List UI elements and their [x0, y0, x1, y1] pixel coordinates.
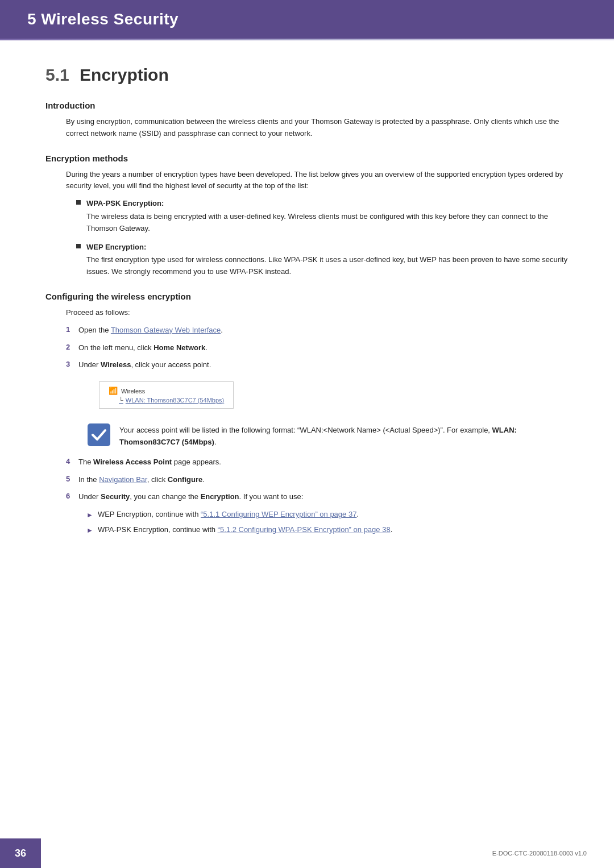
sub-bullet-item: ► WEP Encryption, continue with “5.1.1 C… — [86, 509, 569, 521]
wireless-diagram-sub: WLAN: Thomson83C7C7 (54Mbps) — [119, 397, 224, 404]
wep-encryption-link[interactable]: “5.1.1 Configuring WEP Encryption” on pa… — [201, 510, 356, 518]
wpa-psk-encryption-link[interactable]: “5.1.2 Configuring WPA-PSK Encryption” o… — [218, 525, 391, 534]
item-title: WPA-PSK Encryption: — [86, 199, 164, 207]
bullet-text: WEP Encryption: The first encryption typ… — [86, 242, 569, 278]
wireless-diagram-title: 📶 Wireless — [109, 387, 224, 395]
step-3: 3 Under Wireless, click your access poin… — [66, 359, 569, 371]
bullet-text: WPA-PSK Encryption: The wireless data is… — [86, 198, 569, 234]
bullet-icon — [76, 200, 81, 205]
step-6: 6 Under Security, you can change the Enc… — [66, 491, 569, 503]
arrow-icon: ► — [86, 525, 93, 536]
chapter-header: 5 Wireless Security — [0, 0, 614, 39]
step-number: 6 — [66, 492, 78, 500]
info-box: Your access point will be listed in the … — [86, 422, 569, 448]
doc-id: E-DOC-CTC-20080118-0003 v1.0 — [492, 850, 587, 857]
step-text: Open the Thomson Gateway Web Interface. — [78, 325, 223, 337]
step-number: 2 — [66, 343, 78, 351]
sub-bullet-item: ► WPA-PSK Encryption, continue with “5.1… — [86, 524, 569, 536]
encryption-methods-heading: Encryption methods — [45, 153, 569, 163]
item-description: The first encryption type used for wirel… — [86, 254, 569, 278]
svg-rect-0 — [88, 423, 110, 446]
encryption-methods-list: WPA-PSK Encryption: The wireless data is… — [76, 198, 569, 278]
step-number: 1 — [66, 325, 78, 334]
sub-bullet-text: WPA-PSK Encryption, continue with “5.1.2… — [98, 524, 392, 536]
list-item: WEP Encryption: The first encryption typ… — [76, 242, 569, 278]
wireless-antenna-icon: 📶 — [109, 387, 118, 395]
sub-bullet-list: ► WEP Encryption, continue with “5.1.1 C… — [86, 509, 569, 536]
step-text: Under Wireless, click your access point. — [78, 359, 211, 371]
main-content: 5.1 Encryption Introduction By using enc… — [0, 40, 614, 576]
encryption-methods-intro: During the years a number of encryption … — [66, 169, 569, 193]
page-footer: 36 E-DOC-CTC-20080118-0003 v1.0 — [0, 838, 614, 868]
step-4: 4 The Wireless Access Point page appears… — [66, 456, 569, 468]
introduction-heading: Introduction — [45, 101, 569, 110]
step-5: 5 In the Navigation Bar, click Configure… — [66, 474, 569, 486]
section-number: 5.1 — [45, 65, 69, 84]
step-text: On the left menu, click Home Network. — [78, 342, 208, 354]
item-description: The wireless data is being encrypted wit… — [86, 211, 569, 235]
info-box-text: Your access point will be listed in the … — [119, 422, 569, 448]
item-title: WEP Encryption: — [86, 243, 146, 251]
bullet-icon — [76, 244, 81, 248]
step-number: 4 — [66, 457, 78, 466]
step-text: Under Security, you can change the Encry… — [78, 491, 303, 503]
page-number: 36 — [0, 838, 41, 868]
arrow-icon: ► — [86, 510, 93, 521]
sub-bullet-text: WEP Encryption, continue with “5.1.1 Con… — [98, 509, 359, 521]
info-icon — [86, 422, 111, 447]
list-item: WPA-PSK Encryption: The wireless data is… — [76, 198, 569, 234]
thomson-gateway-link[interactable]: Thomson Gateway Web Interface — [111, 326, 221, 334]
step-text: In the Navigation Bar, click Configure. — [78, 474, 205, 486]
section-title: 5.1 Encryption — [45, 65, 569, 85]
navigation-bar-link[interactable]: Navigation Bar — [99, 475, 147, 484]
step-2: 2 On the left menu, click Home Network. — [66, 342, 569, 354]
introduction-paragraph: By using encryption, communication betwe… — [66, 116, 569, 140]
section-heading-text: Encryption — [80, 65, 169, 84]
configuring-heading: Configuring the wireless encryption — [45, 292, 569, 301]
chapter-title: 5 Wireless Security — [27, 10, 179, 28]
step-1: 1 Open the Thomson Gateway Web Interface… — [66, 325, 569, 337]
step-number: 5 — [66, 475, 78, 483]
proceed-text: Proceed as follows: — [66, 307, 569, 319]
step-number: 3 — [66, 360, 78, 368]
wireless-diagram: 📶 Wireless WLAN: Thomson83C7C7 (54Mbps) — [99, 381, 234, 409]
steps-list: 1 Open the Thomson Gateway Web Interface… — [66, 325, 569, 537]
step-text: The Wireless Access Point page appears. — [78, 456, 221, 468]
